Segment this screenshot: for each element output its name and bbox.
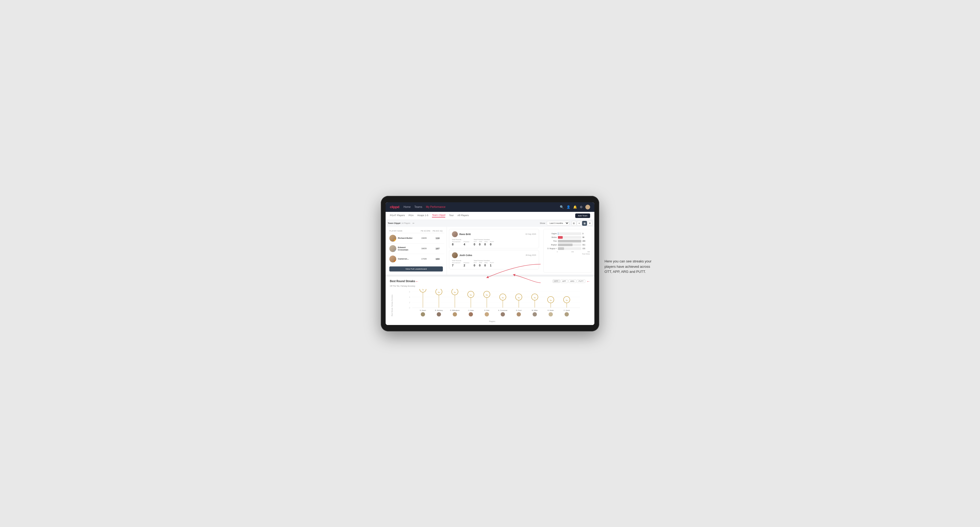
bar-val-pars: 499 [582,240,590,242]
svg-text:2: 2 [409,302,410,303]
subnav-team-clippd[interactable]: Team Clippd [432,214,445,217]
bar-track-bogeys [558,243,581,246]
rank-badge: 1 [394,239,396,242]
card-stats: Total Rounds Tournament 8 Practice 4 [452,239,536,246]
nav-bar: clippd Home Teams My Performance 🔍 👤 🔔 ⚙ [386,202,594,212]
x-axis: 0 200 400 [546,251,590,252]
bar-val-dbogeys: 131 [582,248,590,249]
svg-text:E. Crossman: E. Crossman [498,310,508,311]
streak-chart-content: 0 2 4 6 7x E. Ewert [394,289,590,322]
player-score: 19/20 [417,237,431,239]
subnav-hcaps[interactable]: Hcaps 1-5 [417,214,428,217]
best-round-streaks-title: Best Round Streaks [390,280,415,283]
nav-icons: 🔍 👤 🔔 ⚙ [560,205,590,210]
svg-text:5x: 5x [470,294,472,296]
arg-sub: ARG [484,262,488,264]
bar-fill-birdies [558,236,563,239]
bar-label-dbogeys: D. Bogeys + [546,248,557,249]
tournament-val: 7 [452,264,460,267]
tournament-label: Tournament [452,241,460,243]
streak-chart-area: Best Streak, Fairway Accuracy 0 2 [390,289,590,322]
view-leaderboard-button[interactable]: View Full Leaderboard [389,267,443,271]
bar-track-dbogeys [558,247,581,250]
chart-x-label: Total Shots [546,253,590,255]
svg-text:R. Butler: R. Butler [547,310,554,311]
svg-point-27 [469,312,473,316]
edit-icon[interactable]: ✏ [412,222,415,225]
svg-text:3x: 3x [550,299,552,301]
nav-my-performance[interactable]: My Performance [426,205,445,208]
ott-val: 0 [474,243,477,246]
annotation-content: Here you can see streaks your players ha… [605,259,651,274]
activities-label: Total Practice Activities [474,260,494,261]
player-avg: 103 [432,258,443,260]
player-info: Cameron... [398,258,416,260]
subnav-tour[interactable]: Tour [449,214,454,217]
player-name: Edward Crossman [398,246,416,251]
card-name: Josh Coles [460,254,524,257]
practice-label: Practice [464,241,469,243]
putt-val: 0 [490,243,494,246]
search-icon[interactable]: 🔍 [560,205,564,209]
subnav-pgat[interactable]: PGAT Players [390,214,405,217]
filter-view-btn[interactable]: ▼ [587,221,592,226]
nav-teams[interactable]: Teams [414,205,422,208]
player-count: 14 Players [401,222,410,224]
ott-label: OTT [474,241,477,243]
period-select[interactable]: Last 3 months [547,221,570,225]
grid-view-btn[interactable]: ⊞ [571,221,576,226]
nav-home[interactable]: Home [403,205,410,208]
svg-point-37 [501,312,505,316]
svg-point-57 [565,312,569,316]
bar-label-pars: Pars [546,240,557,242]
bell-icon[interactable]: 🔔 [573,205,577,209]
stat-group-activities: Total Practice Activities OTT 0 APP 0 [474,239,494,246]
bar-fill-bogeys [558,243,573,246]
putt-label: PUTT [490,241,494,243]
middle-panel: Rees Britt 02 Sep 2023 Total Rounds Tour… [447,227,541,275]
bar-label-birdies: Birdies [546,237,557,238]
add-team-button[interactable]: Add Team [575,213,590,218]
arg-val: 0 [484,243,488,246]
bar-track-birdies [558,236,581,239]
x-tick-0: 0 [557,251,558,252]
svg-text:7x: 7x [422,289,424,290]
bar-fill-pars [558,240,581,243]
tournament-sub: Tournament [452,262,460,264]
subnav-pga[interactable]: PGA [409,214,414,217]
player-score: 17/20 [417,258,431,260]
table-header: PLAYER NAME PB SCORE PB AVG SQ [388,229,444,233]
table-view-btn[interactable]: ▦ [582,221,587,226]
avatar: 1 [389,235,396,242]
card-name: Rees Britt [460,233,524,236]
list-view-btn[interactable]: ≡ [577,221,582,226]
svg-text:E. Ewert: E. Ewert [420,310,426,311]
player-card-rees: Rees Britt 02 Sep 2023 Total Rounds Tour… [449,229,539,248]
annotation-text: Here you can see streaks your players ha… [605,259,658,274]
player-info: Edward Crossman [398,246,416,251]
user-avatar[interactable] [585,205,590,210]
stat-group-rounds: Total Rounds Tournament 7 Practice 2 [452,260,469,267]
sub-nav: PGAT Players PGA Hcaps 1-5 Team Clippd T… [386,212,594,220]
bar-track-pars [558,240,581,243]
svg-point-12 [421,312,425,316]
practice-val: 4 [464,243,469,246]
subnav-all-players[interactable]: All Players [458,214,469,217]
svg-point-22 [453,312,457,316]
col-score-header: PB SCORE [419,230,432,232]
putt-sub: PUTT [490,262,494,264]
practice-val: 2 [464,264,469,267]
card-date: 26 Aug 2023 [526,254,536,256]
card-date: 02 Sep 2023 [525,233,536,235]
bar-row-pars: Pars 499 [546,240,590,243]
putt-val: 1 [490,264,494,267]
player-name: Cameron... [398,258,416,260]
app-val: 0 [479,264,482,267]
arg-label: ARG [484,241,488,243]
settings-icon[interactable]: ⚙ [580,205,583,209]
card-header: Rees Britt 02 Sep 2023 [452,231,536,237]
card-avatar [452,231,458,237]
ott-sub: OTT [474,262,477,264]
left-panel: PLAYER NAME PB SCORE PB AVG SQ 1 Richard… [386,227,447,275]
profile-icon[interactable]: 👤 [566,205,570,209]
